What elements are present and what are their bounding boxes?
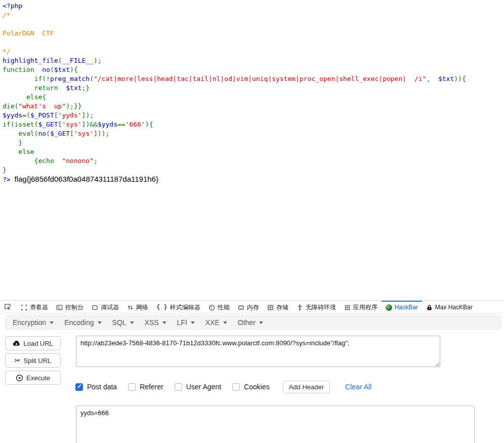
clear-all-link[interactable]: Clear All bbox=[345, 383, 371, 391]
cookies-checkbox[interactable] bbox=[232, 383, 240, 391]
option-cookies: Cookies bbox=[232, 383, 270, 391]
url-input[interactable]: http://ab23ede3-7568-4836-8170-71b12d333… bbox=[76, 336, 440, 367]
menu-label: XSS bbox=[145, 318, 159, 327]
tab-label: Max HacKBar bbox=[435, 304, 473, 311]
tab-label: 存储 bbox=[276, 303, 288, 312]
tab-label: 无障碍环境 bbox=[306, 303, 336, 312]
devtools-tabbar: 查看器 控制台 调试器 bbox=[0, 301, 504, 313]
referer-checkbox[interactable] bbox=[128, 383, 136, 391]
application-icon bbox=[344, 304, 351, 311]
menu-other[interactable]: Other bbox=[237, 317, 264, 328]
tab-label: 查看器 bbox=[30, 303, 48, 312]
option-user-agent: User Agent bbox=[175, 383, 221, 391]
pick-element-button[interactable] bbox=[0, 301, 15, 313]
menu-encryption[interactable]: Encryption bbox=[12, 317, 55, 328]
option-label: User Agent bbox=[186, 383, 221, 391]
option-label: Post data bbox=[87, 383, 117, 391]
network-icon bbox=[127, 304, 134, 311]
tab-label: 网络 bbox=[136, 303, 148, 312]
tab-inspector[interactable]: 查看器 bbox=[17, 301, 52, 313]
menu-label: Encryption bbox=[13, 318, 46, 327]
php-source: <?php/*PolarD&N CTF*/highlight_file(__FI… bbox=[3, 2, 501, 184]
inspector-icon bbox=[21, 304, 27, 311]
tab-network[interactable]: 网络 bbox=[123, 301, 152, 313]
pick-element-icon bbox=[4, 303, 11, 310]
user-agent-checkbox[interactable] bbox=[175, 383, 182, 391]
chevron-down-icon bbox=[191, 321, 195, 324]
chevron-down-icon bbox=[50, 321, 54, 324]
tab-application[interactable]: 应用程序 bbox=[340, 301, 382, 313]
tab-label: 样式编辑器 bbox=[170, 303, 200, 312]
menu-label: SQL bbox=[112, 318, 127, 327]
option-label: Cookies bbox=[244, 383, 270, 391]
tab-hackbar[interactable]: HackBar bbox=[382, 301, 422, 313]
tab-storage[interactable]: 存储 bbox=[263, 301, 292, 313]
storage-icon bbox=[267, 304, 274, 311]
tab-label: 控制台 bbox=[65, 303, 83, 312]
load-url-button[interactable]: Load URL bbox=[5, 336, 61, 350]
hackbar-action-buttons: Load URL ✂ Split URL Execute bbox=[5, 336, 61, 385]
menu-xss[interactable]: XSS bbox=[144, 317, 167, 328]
tab-label: 调试器 bbox=[101, 303, 119, 312]
tab-label: 性能 bbox=[218, 303, 230, 312]
option-referer: Referer bbox=[128, 383, 163, 391]
tabbar-separator bbox=[16, 303, 16, 311]
cloud-download-icon bbox=[13, 340, 20, 347]
devtools-panel: 查看器 控制台 调试器 bbox=[0, 300, 504, 443]
tab-label: 内存 bbox=[247, 303, 259, 312]
chevron-down-icon bbox=[162, 321, 166, 324]
post-data-checkbox[interactable] bbox=[75, 383, 83, 391]
debugger-icon bbox=[92, 304, 98, 311]
tab-memory[interactable]: 内存 bbox=[234, 301, 263, 313]
lock-icon bbox=[426, 304, 433, 311]
hackbar-icon bbox=[386, 304, 392, 311]
tab-style-editor[interactable]: { } 样式编辑器 bbox=[152, 301, 204, 313]
chevron-down-icon bbox=[259, 321, 263, 324]
button-label: Load URL bbox=[23, 340, 53, 347]
chevron-down-icon bbox=[130, 321, 134, 324]
tab-accessibility[interactable]: 无障碍环境 bbox=[292, 301, 340, 313]
menu-sql[interactable]: SQL bbox=[111, 317, 135, 328]
menu-label: XXE bbox=[205, 318, 220, 327]
option-label: Referer bbox=[140, 383, 163, 391]
tab-debugger[interactable]: 调试器 bbox=[88, 301, 123, 313]
menu-label: Other bbox=[238, 318, 256, 327]
menu-lfi[interactable]: LFI bbox=[176, 317, 196, 328]
web-page-content: <?php/*PolarD&N CTF*/highlight_file(__FI… bbox=[0, 0, 504, 300]
tab-console[interactable]: 控制台 bbox=[52, 301, 88, 313]
menu-label: LFI bbox=[177, 318, 187, 327]
split-url-button[interactable]: ✂ Split URL bbox=[5, 353, 61, 368]
tab-performance[interactable]: 性能 bbox=[204, 301, 234, 313]
tab-max-hackbar[interactable]: Max HacKBar bbox=[422, 301, 477, 313]
request-options-row: Post data Referer User Agent Cookies Add… bbox=[75, 381, 371, 393]
style-editor-icon: { } bbox=[156, 304, 167, 311]
menu-xxe[interactable]: XXE bbox=[204, 317, 228, 328]
tab-label: 应用程序 bbox=[353, 303, 377, 312]
post-data-input[interactable]: yyds=666 bbox=[76, 406, 475, 443]
memory-icon bbox=[238, 304, 244, 311]
performance-icon bbox=[208, 304, 215, 311]
tab-label: HackBar bbox=[395, 304, 418, 311]
console-icon bbox=[56, 304, 63, 311]
execute-button[interactable]: Execute bbox=[5, 371, 61, 385]
menu-encoding[interactable]: Encoding bbox=[63, 317, 102, 328]
option-post-data: Post data bbox=[75, 383, 117, 391]
play-circle-icon bbox=[16, 374, 23, 382]
add-header-button[interactable]: Add Header bbox=[283, 381, 330, 393]
scissors-icon: ✂ bbox=[15, 357, 21, 364]
chevron-down-icon bbox=[223, 321, 227, 324]
button-label: Split URL bbox=[23, 357, 51, 365]
accessibility-icon bbox=[297, 304, 303, 311]
menu-label: Encoding bbox=[64, 318, 94, 327]
chevron-down-icon bbox=[98, 321, 102, 324]
hackbar-menubar: Encryption Encoding SQL XSS LFI XXE Othe… bbox=[5, 315, 501, 330]
button-label: Execute bbox=[26, 374, 50, 382]
